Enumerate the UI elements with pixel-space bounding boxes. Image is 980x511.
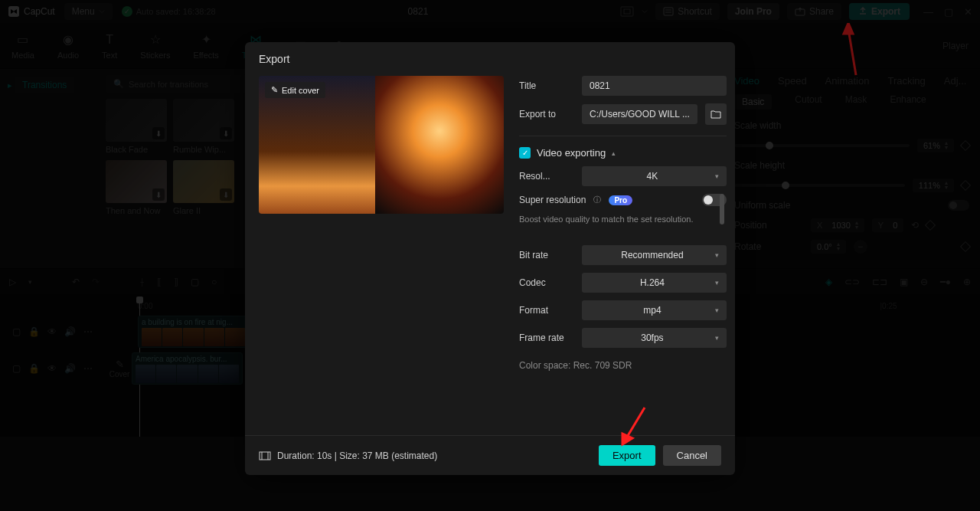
framerate-label: Frame rate [519, 332, 574, 343]
super-resolution-label: Super resolution [519, 195, 586, 205]
edit-cover-button[interactable]: ✎ Edit cover [265, 82, 325, 98]
bitrate-label: Bit rate [519, 250, 574, 260]
super-resolution-help: Boost video quality to match the set res… [519, 214, 727, 225]
exportto-input[interactable]: C:/Users/GOOD WILL ... [582, 104, 697, 124]
browse-folder-button[interactable] [705, 103, 727, 125]
format-dropdown[interactable]: mp4▾ [582, 300, 727, 320]
svg-line-12 [626, 408, 645, 438]
chevron-down-icon: ▾ [715, 306, 719, 314]
colorspace-text: Color space: Rec. 709 SDR [519, 360, 727, 371]
annotation-arrow-2 [620, 405, 651, 447]
folder-icon [710, 110, 721, 119]
duration-info: Duration: 10s | Size: 37 MB (estimated) [259, 450, 599, 461]
resolution-label: Resol... [519, 171, 574, 182]
checkbox-icon[interactable]: ✓ [519, 147, 531, 159]
film-icon [259, 451, 271, 460]
framerate-dropdown[interactable]: 30fps▾ [582, 328, 727, 348]
info-icon[interactable]: ⓘ [593, 195, 601, 205]
format-label: Format [519, 305, 574, 316]
resolution-dropdown[interactable]: 4K▾ [582, 166, 727, 186]
title-label: Title [519, 80, 574, 91]
svg-marker-13 [622, 434, 632, 444]
chevron-down-icon: ▾ [715, 172, 719, 180]
chevron-down-icon: ▾ [715, 334, 719, 342]
pro-badge: Pro [609, 195, 632, 205]
chevron-up-icon[interactable]: ▴ [612, 149, 616, 157]
modal-title: Export [245, 42, 735, 76]
export-confirm-button[interactable]: Export [599, 445, 655, 466]
export-modal: Export ✎ Edit cover Title 0821 Export to… [245, 42, 735, 475]
title-input[interactable]: 0821 [582, 76, 727, 96]
pencil-icon: ✎ [271, 85, 278, 95]
modal-preview-column: ✎ Edit cover [259, 76, 504, 435]
modal-form: Title 0821 Export to C:/Users/GOOD WILL … [519, 76, 727, 435]
chevron-down-icon: ▾ [715, 251, 719, 259]
svg-rect-9 [260, 452, 270, 460]
modal-scrollbar[interactable] [720, 194, 724, 224]
codec-label: Codec [519, 277, 574, 288]
chevron-down-icon: ▾ [715, 279, 719, 287]
exportto-label: Export to [519, 109, 574, 120]
video-exporting-section[interactable]: ✓ Video exporting ▴ [519, 147, 727, 159]
video-preview: ✎ Edit cover [259, 76, 504, 214]
modal-footer: Duration: 10s | Size: 37 MB (estimated) … [245, 435, 735, 475]
bitrate-dropdown[interactable]: Recommended▾ [582, 245, 727, 265]
codec-dropdown[interactable]: H.264▾ [582, 273, 727, 293]
cancel-button[interactable]: Cancel [663, 445, 721, 466]
